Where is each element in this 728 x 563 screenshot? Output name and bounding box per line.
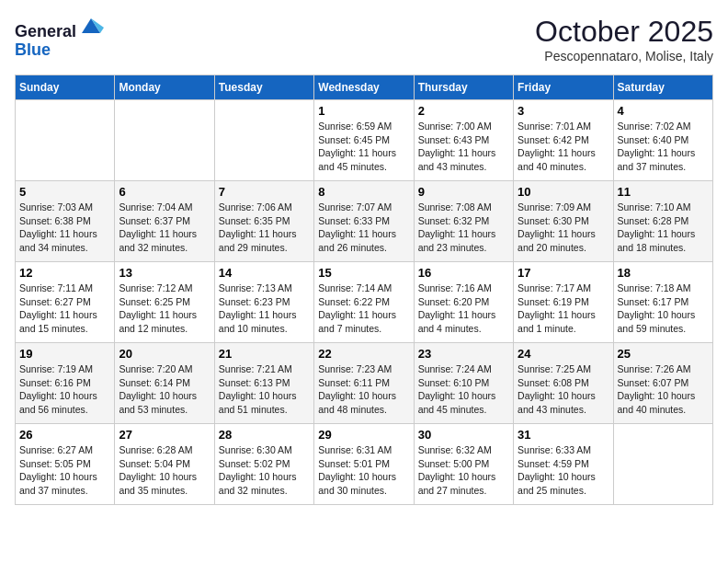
day-info: Sunrise: 7:16 AM Sunset: 6:20 PM Dayligh… bbox=[418, 282, 509, 336]
day-info: Sunrise: 7:07 AM Sunset: 6:33 PM Dayligh… bbox=[318, 201, 409, 255]
day-info: Sunrise: 7:06 AM Sunset: 6:35 PM Dayligh… bbox=[219, 201, 310, 255]
calendar-cell: 19Sunrise: 7:19 AM Sunset: 6:16 PM Dayli… bbox=[16, 343, 115, 424]
calendar-cell: 23Sunrise: 7:24 AM Sunset: 6:10 PM Dayli… bbox=[414, 343, 513, 424]
day-number: 4 bbox=[618, 104, 709, 118]
day-info: Sunrise: 7:25 AM Sunset: 6:08 PM Dayligh… bbox=[518, 362, 609, 417]
day-info: Sunrise: 7:18 AM Sunset: 6:17 PM Dayligh… bbox=[618, 282, 709, 336]
weekday-header-tuesday: Tuesday bbox=[214, 75, 313, 100]
calendar-cell bbox=[613, 424, 712, 505]
month-title: October 2025 bbox=[535, 15, 713, 49]
calendar-cell: 30Sunrise: 6:32 AM Sunset: 5:00 PM Dayli… bbox=[414, 424, 513, 505]
calendar-cell: 12Sunrise: 7:11 AM Sunset: 6:27 PM Dayli… bbox=[16, 262, 115, 343]
calendar-cell: 10Sunrise: 7:09 AM Sunset: 6:30 PM Dayli… bbox=[514, 181, 613, 262]
calendar-cell: 6Sunrise: 7:04 AM Sunset: 6:37 PM Daylig… bbox=[115, 181, 214, 262]
calendar-cell: 31Sunrise: 6:33 AM Sunset: 4:59 PM Dayli… bbox=[514, 424, 613, 505]
weekday-header-monday: Monday bbox=[115, 75, 214, 100]
day-number: 11 bbox=[618, 185, 709, 199]
calendar-cell: 3Sunrise: 7:01 AM Sunset: 6:42 PM Daylig… bbox=[514, 100, 613, 181]
day-number: 17 bbox=[518, 266, 609, 280]
calendar-cell: 9Sunrise: 7:08 AM Sunset: 6:32 PM Daylig… bbox=[414, 181, 513, 262]
day-number: 14 bbox=[219, 266, 310, 280]
day-number: 24 bbox=[518, 347, 609, 361]
day-number: 30 bbox=[418, 428, 509, 442]
page-header: General Blue October 2025 Pescopennataro… bbox=[15, 15, 713, 63]
calendar-cell: 26Sunrise: 6:27 AM Sunset: 5:05 PM Dayli… bbox=[16, 424, 115, 505]
day-info: Sunrise: 7:02 AM Sunset: 6:40 PM Dayligh… bbox=[618, 120, 709, 174]
day-number: 19 bbox=[19, 347, 110, 361]
calendar-cell: 7Sunrise: 7:06 AM Sunset: 6:35 PM Daylig… bbox=[214, 181, 313, 262]
calendar-cell: 11Sunrise: 7:10 AM Sunset: 6:28 PM Dayli… bbox=[613, 181, 712, 262]
calendar-cell: 4Sunrise: 7:02 AM Sunset: 6:40 PM Daylig… bbox=[613, 100, 712, 181]
calendar-cell: 18Sunrise: 7:18 AM Sunset: 6:17 PM Dayli… bbox=[613, 262, 712, 343]
day-info: Sunrise: 7:24 AM Sunset: 6:10 PM Dayligh… bbox=[418, 362, 509, 417]
day-number: 10 bbox=[518, 185, 609, 199]
day-info: Sunrise: 7:00 AM Sunset: 6:43 PM Dayligh… bbox=[418, 120, 509, 174]
calendar-cell bbox=[115, 100, 214, 181]
day-number: 18 bbox=[618, 266, 709, 280]
calendar-cell: 24Sunrise: 7:25 AM Sunset: 6:08 PM Dayli… bbox=[514, 343, 613, 424]
day-info: Sunrise: 6:30 AM Sunset: 5:02 PM Dayligh… bbox=[219, 443, 310, 498]
calendar-cell: 21Sunrise: 7:21 AM Sunset: 6:13 PM Dayli… bbox=[214, 343, 313, 424]
day-number: 15 bbox=[318, 266, 409, 280]
day-info: Sunrise: 7:12 AM Sunset: 6:25 PM Dayligh… bbox=[119, 282, 210, 336]
day-number: 13 bbox=[119, 266, 210, 280]
calendar-cell: 29Sunrise: 6:31 AM Sunset: 5:01 PM Dayli… bbox=[314, 424, 414, 505]
weekday-header-sunday: Sunday bbox=[16, 75, 115, 100]
calendar-cell bbox=[214, 100, 313, 181]
day-info: Sunrise: 6:31 AM Sunset: 5:01 PM Dayligh… bbox=[318, 443, 409, 498]
day-info: Sunrise: 7:01 AM Sunset: 6:42 PM Dayligh… bbox=[518, 120, 609, 174]
day-info: Sunrise: 7:10 AM Sunset: 6:28 PM Dayligh… bbox=[618, 201, 709, 255]
day-number: 22 bbox=[318, 347, 409, 361]
calendar-cell: 27Sunrise: 6:28 AM Sunset: 5:04 PM Dayli… bbox=[115, 424, 214, 505]
day-number: 29 bbox=[318, 428, 409, 442]
calendar-cell: 15Sunrise: 7:14 AM Sunset: 6:22 PM Dayli… bbox=[314, 262, 414, 343]
calendar-cell: 17Sunrise: 7:17 AM Sunset: 6:19 PM Dayli… bbox=[514, 262, 613, 343]
logo-general-text: General bbox=[15, 22, 76, 40]
logo-blue-text: Blue bbox=[15, 40, 51, 59]
day-number: 28 bbox=[219, 428, 310, 442]
calendar-cell: 14Sunrise: 7:13 AM Sunset: 6:23 PM Dayli… bbox=[214, 262, 313, 343]
day-info: Sunrise: 7:14 AM Sunset: 6:22 PM Dayligh… bbox=[318, 282, 409, 336]
day-info: Sunrise: 7:21 AM Sunset: 6:13 PM Dayligh… bbox=[219, 362, 310, 417]
calendar-cell: 2Sunrise: 7:00 AM Sunset: 6:43 PM Daylig… bbox=[414, 100, 513, 181]
day-info: Sunrise: 7:23 AM Sunset: 6:11 PM Dayligh… bbox=[318, 362, 409, 417]
day-info: Sunrise: 6:28 AM Sunset: 5:04 PM Dayligh… bbox=[119, 443, 210, 498]
day-info: Sunrise: 7:11 AM Sunset: 6:27 PM Dayligh… bbox=[19, 282, 110, 336]
day-number: 27 bbox=[119, 428, 210, 442]
day-info: Sunrise: 7:09 AM Sunset: 6:30 PM Dayligh… bbox=[518, 201, 609, 255]
day-info: Sunrise: 7:13 AM Sunset: 6:23 PM Dayligh… bbox=[219, 282, 310, 336]
weekday-header-wednesday: Wednesday bbox=[314, 75, 414, 100]
day-number: 2 bbox=[418, 104, 509, 118]
day-number: 25 bbox=[618, 347, 709, 361]
calendar-cell: 5Sunrise: 7:03 AM Sunset: 6:38 PM Daylig… bbox=[16, 181, 115, 262]
day-number: 6 bbox=[119, 185, 210, 199]
day-info: Sunrise: 7:26 AM Sunset: 6:07 PM Dayligh… bbox=[618, 362, 709, 417]
day-info: Sunrise: 7:20 AM Sunset: 6:14 PM Dayligh… bbox=[119, 362, 210, 417]
week-row-3: 12Sunrise: 7:11 AM Sunset: 6:27 PM Dayli… bbox=[16, 262, 713, 343]
day-number: 5 bbox=[19, 185, 110, 199]
calendar-cell: 8Sunrise: 7:07 AM Sunset: 6:33 PM Daylig… bbox=[314, 181, 414, 262]
day-number: 3 bbox=[518, 104, 609, 118]
day-number: 9 bbox=[418, 185, 509, 199]
calendar-header: SundayMondayTuesdayWednesdayThursdayFrid… bbox=[16, 75, 713, 100]
calendar-table: SundayMondayTuesdayWednesdayThursdayFrid… bbox=[15, 75, 713, 505]
week-row-1: 1Sunrise: 6:59 AM Sunset: 6:45 PM Daylig… bbox=[16, 100, 713, 181]
day-number: 23 bbox=[418, 347, 509, 361]
calendar-cell: 1Sunrise: 6:59 AM Sunset: 6:45 PM Daylig… bbox=[314, 100, 414, 181]
day-info: Sunrise: 6:27 AM Sunset: 5:05 PM Dayligh… bbox=[19, 443, 110, 498]
day-info: Sunrise: 7:08 AM Sunset: 6:32 PM Dayligh… bbox=[418, 201, 509, 255]
day-info: Sunrise: 6:33 AM Sunset: 4:59 PM Dayligh… bbox=[518, 443, 609, 498]
day-info: Sunrise: 6:59 AM Sunset: 6:45 PM Dayligh… bbox=[318, 120, 409, 174]
day-number: 20 bbox=[119, 347, 210, 361]
weekday-header-thursday: Thursday bbox=[414, 75, 513, 100]
calendar-cell: 13Sunrise: 7:12 AM Sunset: 6:25 PM Dayli… bbox=[115, 262, 214, 343]
day-info: Sunrise: 7:03 AM Sunset: 6:38 PM Dayligh… bbox=[19, 201, 110, 255]
logo: General Blue bbox=[15, 15, 104, 60]
calendar-cell: 25Sunrise: 7:26 AM Sunset: 6:07 PM Dayli… bbox=[613, 343, 712, 424]
day-number: 12 bbox=[19, 266, 110, 280]
location-subtitle: Pescopennataro, Molise, Italy bbox=[535, 49, 713, 63]
calendar-cell: 28Sunrise: 6:30 AM Sunset: 5:02 PM Dayli… bbox=[214, 424, 313, 505]
title-block: October 2025 Pescopennataro, Molise, Ita… bbox=[535, 15, 713, 63]
day-number: 26 bbox=[19, 428, 110, 442]
weekday-header-saturday: Saturday bbox=[613, 75, 712, 100]
